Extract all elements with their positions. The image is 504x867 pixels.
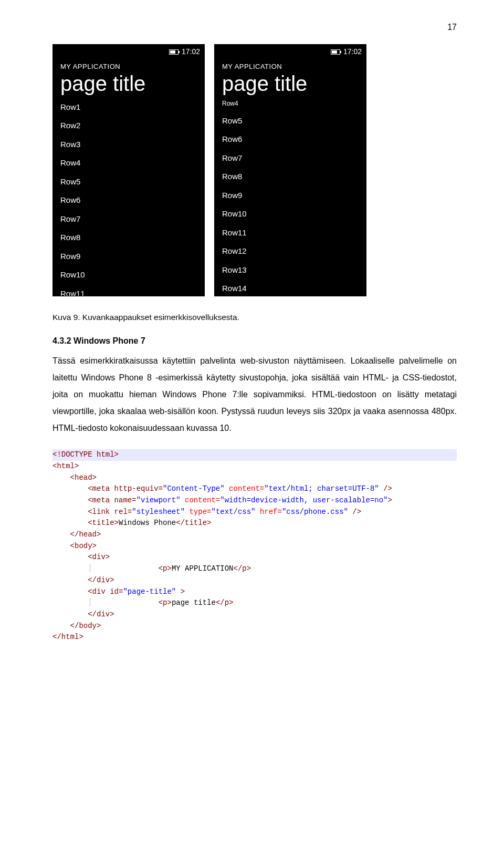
list-item[interactable]: Row6: [222, 133, 359, 146]
code-line: <body>: [52, 542, 97, 550]
figure-caption: Kuva 9. Kuvankaappaukset esimerkkisovell…: [52, 311, 457, 323]
list-item[interactable]: Row3: [60, 139, 197, 151]
code-token: "stylesheet": [132, 508, 185, 516]
code-line: </html>: [52, 633, 83, 641]
list: Row4 Row5 Row6 Row7 Row8 Row9 Row10 Row1…: [215, 101, 366, 295]
list-item[interactable]: Row10: [222, 208, 359, 220]
list-item[interactable]: Row12: [222, 245, 359, 257]
code-token: <div id=: [52, 587, 123, 596]
list-item[interactable]: Row8: [60, 232, 197, 244]
code-token: "width=device-width, user-scalable=no": [220, 496, 387, 504]
list-item[interactable]: Row2: [60, 120, 197, 132]
code-token: >: [388, 496, 392, 504]
code-token: />: [348, 508, 361, 516]
code-token: "page-title": [123, 587, 176, 596]
app-header: MY APPLICATION: [53, 57, 204, 72]
status-bar: 17:02: [53, 45, 204, 57]
code-token: page title: [172, 598, 216, 607]
list-item[interactable]: Row14: [222, 283, 359, 295]
list-item[interactable]: Row8: [222, 171, 359, 183]
battery-icon: [331, 49, 340, 55]
list-item[interactable]: Row7: [222, 152, 359, 164]
page-title: page title: [53, 72, 204, 101]
code-token: </p>: [216, 598, 234, 607]
code-token: Windows Phone: [119, 519, 176, 527]
code-token: </p>: [234, 564, 251, 573]
list-item[interactable]: Row4: [60, 157, 197, 169]
list-item[interactable]: Row9: [222, 190, 359, 202]
code-token: href=: [256, 508, 282, 516]
code-line: </head>: [52, 530, 101, 539]
code-listing: <!DOCTYPE html> <html> <head> <meta http…: [52, 447, 457, 645]
code-token: "Content-Type": [163, 484, 225, 493]
list-item[interactable]: Row13: [222, 264, 359, 276]
code-line: <head>: [52, 473, 97, 482]
list-item[interactable]: Row5: [222, 115, 359, 127]
battery-icon: [169, 49, 178, 55]
code-token: </title>: [176, 519, 211, 527]
code-line: </body>: [52, 622, 101, 630]
code-token: <meta http-equiv=: [52, 484, 163, 493]
code-token: >: [176, 587, 185, 596]
list-item-partial[interactable]: Row4: [222, 99, 359, 108]
list: Row1 Row2 Row3 Row4 Row5 Row6 Row7 Row8 …: [53, 101, 204, 297]
phone-screenshot-1: 17:02 MY APPLICATION page title Row1 Row…: [52, 44, 205, 296]
code-token: "text/html; charset=UTF-8": [264, 484, 379, 493]
body-paragraph: Tässä esimerkkiratkaisussa käytettiin pa…: [52, 353, 457, 437]
page-number: 17: [52, 21, 457, 34]
code-token: type=: [185, 508, 211, 516]
code-token: <title>: [52, 519, 119, 527]
code-token: <p>: [106, 564, 172, 573]
phone-screenshot-2: 17:02 MY APPLICATION page title Row4 Row…: [214, 44, 366, 296]
code-token: <meta name=: [52, 496, 136, 504]
code-line: <div>: [52, 553, 110, 561]
section-heading: 4.3.2 Windows Phone 7: [52, 335, 457, 347]
app-header: MY APPLICATION: [215, 57, 366, 72]
code-token: "css/phone.css": [282, 508, 348, 516]
list-item[interactable]: Row6: [60, 194, 197, 207]
code-token: "viewport": [136, 496, 181, 504]
list-item[interactable]: Row11: [222, 227, 359, 239]
code-token: content=: [225, 484, 265, 493]
screenshots-container: 17:02 MY APPLICATION page title Row1 Row…: [52, 44, 457, 296]
code-token: "text/css": [211, 508, 255, 516]
list-item[interactable]: Row5: [60, 176, 197, 188]
code-token: <p>: [106, 598, 172, 607]
list-item[interactable]: Row10: [60, 269, 197, 281]
list-item[interactable]: Row1: [60, 101, 197, 113]
page-title: page title: [215, 72, 366, 101]
code-line: </div>: [52, 610, 114, 618]
status-time: 17:02: [182, 46, 200, 57]
code-token: MY APPLICATION: [172, 564, 234, 573]
status-bar: 17:02: [215, 45, 366, 57]
code-line: <html>: [52, 462, 79, 470]
status-time: 17:02: [343, 46, 362, 57]
code-token: />: [379, 484, 392, 493]
list-item[interactable]: Row9: [60, 251, 197, 263]
list-item[interactable]: Row7: [60, 213, 197, 225]
code-token: <link rel=: [52, 508, 132, 516]
list-item[interactable]: Row11: [60, 288, 197, 297]
code-token: content=: [181, 496, 220, 504]
code-line: <!DOCTYPE html>: [52, 450, 119, 459]
code-line: </div>: [52, 576, 114, 584]
